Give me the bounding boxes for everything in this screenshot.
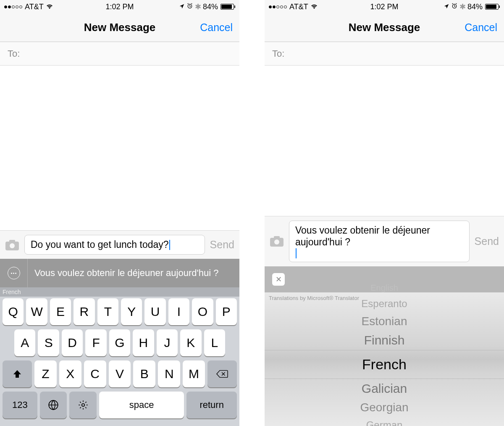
key-e[interactable]: E: [50, 298, 71, 325]
key-t[interactable]: T: [97, 298, 118, 325]
message-input[interactable]: Vous voulez obtenir le déjeuner aujourd'…: [289, 221, 470, 263]
key-m[interactable]: M: [183, 360, 205, 387]
key-c[interactable]: C: [84, 360, 106, 387]
camera-icon[interactable]: [5, 239, 19, 251]
message-thread: [0, 66, 239, 230]
language-option-selected[interactable]: French: [265, 350, 504, 379]
cancel-button[interactable]: Cancel: [465, 21, 497, 34]
key-i[interactable]: I: [168, 298, 189, 325]
keyboard-language-label: French: [0, 287, 239, 297]
language-option[interactable]: Finnish: [265, 331, 504, 350]
key-u[interactable]: U: [144, 298, 165, 325]
key-r[interactable]: R: [74, 298, 94, 325]
key-s[interactable]: S: [38, 329, 59, 356]
carrier-label: AT&T: [25, 3, 44, 11]
keyboard-row-2: ASDFGHJKL: [3, 329, 237, 356]
key-z[interactable]: Z: [34, 360, 57, 387]
key-n[interactable]: N: [158, 360, 180, 387]
ellipsis-circle-icon: [8, 267, 20, 279]
language-option[interactable]: German: [265, 417, 504, 426]
language-option[interactable]: Georgian: [265, 398, 504, 417]
language-picker[interactable]: Translations by Microsoft® Translator En…: [265, 292, 504, 426]
key-k[interactable]: K: [180, 329, 201, 356]
status-time: 1:02 PM: [105, 3, 134, 11]
key-j[interactable]: J: [157, 329, 178, 356]
globe-key[interactable]: [40, 392, 67, 418]
key-p[interactable]: P: [216, 298, 237, 325]
location-icon: [179, 3, 185, 11]
camera-icon[interactable]: [270, 235, 284, 247]
page-title: New Message: [349, 21, 420, 34]
page-title: New Message: [84, 21, 156, 34]
alarm-icon: [186, 3, 193, 11]
translation-suggestion-bar: Vous voulez obtenir le déjeuner aujourd'…: [0, 259, 239, 287]
cancel-button[interactable]: Cancel: [200, 21, 233, 34]
translation-suggestion[interactable]: Vous voulez obtenir le déjeuner aujourd'…: [28, 259, 239, 287]
nav-bar: New Message Cancel: [265, 13, 504, 42]
carrier-label: AT&T: [289, 3, 308, 11]
send-button[interactable]: Send: [475, 235, 499, 247]
key-v[interactable]: V: [109, 360, 131, 387]
key-y[interactable]: Y: [121, 298, 142, 325]
numbers-key[interactable]: 123: [3, 392, 37, 418]
bluetooth-icon: ✱: [459, 2, 466, 11]
language-wheel[interactable]: English Esperanto Estonian Finnish Frenc…: [265, 303, 504, 426]
key-d[interactable]: D: [62, 329, 83, 356]
status-time: 1:02 PM: [370, 3, 398, 11]
to-label: To:: [272, 48, 284, 59]
battery-icon: [220, 4, 235, 10]
language-option[interactable]: Estonian: [265, 312, 504, 331]
keyboard-row-1: QWERTYUIOP: [3, 298, 237, 325]
to-field[interactable]: To:: [265, 42, 504, 66]
wifi-icon: [45, 3, 54, 11]
bluetooth-icon: ✱: [195, 2, 201, 11]
message-input[interactable]: Do you want to get lunch today?: [24, 235, 205, 255]
key-b[interactable]: B: [133, 360, 155, 387]
svg-point-3: [10, 243, 15, 248]
compose-bar: Vous voulez obtenir le déjeuner aujourd'…: [265, 216, 504, 267]
svg-point-5: [81, 404, 84, 407]
battery-icon: [484, 4, 500, 10]
key-o[interactable]: O: [192, 298, 213, 325]
battery-pct: 84%: [203, 3, 218, 11]
backspace-key[interactable]: [207, 360, 237, 387]
svg-point-9: [274, 239, 279, 245]
translation-options-button[interactable]: [0, 259, 28, 287]
key-g[interactable]: G: [109, 329, 130, 356]
alarm-icon: [451, 3, 458, 11]
text-cursor: [169, 240, 170, 250]
key-h[interactable]: H: [133, 329, 154, 356]
keyboard: French QWERTYUIOP ASDFGHJKL ZXCVBNM 123 …: [0, 287, 239, 426]
key-a[interactable]: A: [14, 329, 35, 356]
language-option[interactable]: Galician: [265, 379, 504, 398]
location-icon: [444, 3, 449, 11]
nav-bar: New Message Cancel: [0, 13, 239, 42]
shift-key[interactable]: [3, 360, 32, 387]
compose-bar: Do you want to get lunch today? Send: [0, 230, 239, 259]
language-option[interactable]: English: [265, 281, 504, 295]
message-input-text: Do you want to get lunch today?: [31, 239, 169, 251]
settings-key[interactable]: [69, 392, 96, 418]
battery-pct: 84%: [467, 3, 483, 11]
to-label: To:: [8, 48, 20, 59]
signal-dots: [4, 5, 22, 8]
message-input-text: Vous voulez obtenir le déjeuner aujourd'…: [295, 224, 463, 249]
key-l[interactable]: L: [204, 329, 225, 356]
status-bar: AT&T 1:02 PM ✱ 84%: [265, 0, 504, 13]
key-w[interactable]: W: [26, 298, 47, 325]
message-thread: [265, 66, 504, 216]
key-x[interactable]: X: [59, 360, 81, 387]
return-key[interactable]: return: [186, 392, 237, 418]
language-option[interactable]: Esperanto: [265, 295, 504, 312]
svg-rect-8: [274, 236, 280, 239]
screen-right: AT&T 1:02 PM ✱ 84% New Message Cancel To…: [265, 0, 504, 426]
text-cursor: [296, 248, 297, 258]
key-f[interactable]: F: [85, 329, 106, 356]
screen-left: AT&T 1:02 PM ✱ 84% New Message Cancel To…: [0, 0, 239, 426]
keyboard-row-bottom: 123 space return: [3, 392, 237, 418]
key-q[interactable]: Q: [3, 298, 24, 325]
to-field[interactable]: To:: [0, 42, 239, 66]
space-key[interactable]: space: [99, 392, 184, 418]
send-button[interactable]: Send: [210, 239, 234, 251]
svg-rect-2: [9, 240, 15, 242]
